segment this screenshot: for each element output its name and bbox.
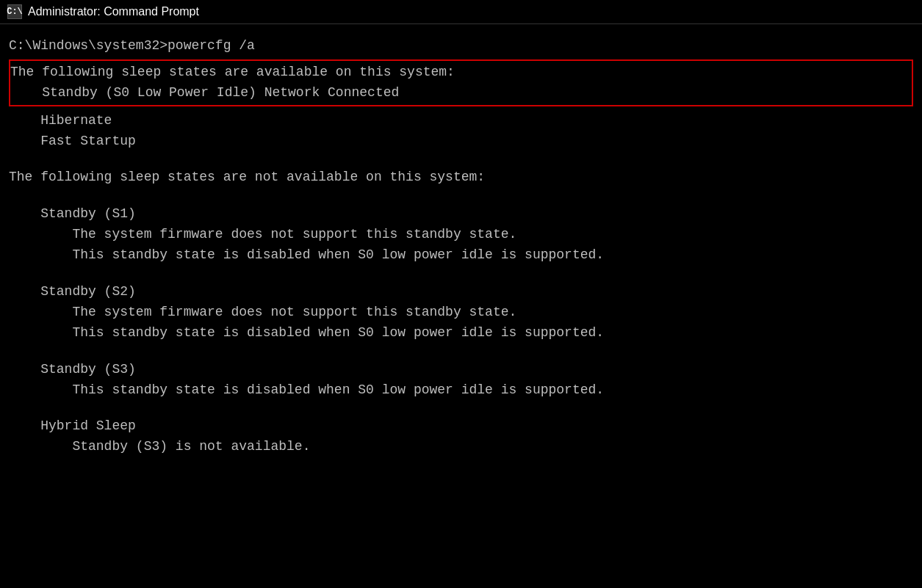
standby-s3-reason1: This standby state is disabled when S0 l… xyxy=(9,380,913,401)
prompt-line: C:\Windows\system32>powercfg /a xyxy=(9,36,913,57)
title-bar: C:\ Administrator: Command Prompt xyxy=(0,0,922,24)
not-available-header: The following sleep states are not avail… xyxy=(9,167,913,188)
blank-4 xyxy=(9,344,913,360)
highlighted-standby-item: Standby (S0 Low Power Idle) Network Conn… xyxy=(10,83,907,104)
hybrid-sleep-label: Hybrid Sleep xyxy=(9,416,913,437)
standby-s2-reason1: The system firmware does not support thi… xyxy=(9,302,913,323)
standby-s2-label: Standby (S2) xyxy=(9,282,913,302)
available-item-fast-startup: Fast Startup xyxy=(9,131,913,152)
standby-s3-label: Standby (S3) xyxy=(9,360,913,380)
hybrid-sleep-reason1: Standby (S3) is not available. xyxy=(9,437,913,457)
not-available-section: The following sleep states are not avail… xyxy=(9,167,913,457)
standby-s2-reason2: This standby state is disabled when S0 l… xyxy=(9,323,913,344)
terminal-content: C:\Windows\system32>powercfg /a The foll… xyxy=(0,32,922,462)
blank-1 xyxy=(9,151,913,167)
available-header: The following sleep states are available… xyxy=(10,62,907,83)
standby-s1-reason1: The system firmware does not support thi… xyxy=(9,225,913,245)
highlight-block: The following sleep states are available… xyxy=(9,59,913,106)
title-bar-text: Administrator: Command Prompt xyxy=(28,5,199,18)
available-item-hibernate: Hibernate xyxy=(9,111,913,131)
standby-s1-label: Standby (S1) xyxy=(9,204,913,225)
available-section: The following sleep states are available… xyxy=(9,59,913,152)
blank-3 xyxy=(9,266,913,282)
cmd-icon: C:\ xyxy=(7,4,22,19)
blank-2 xyxy=(9,188,913,204)
standby-s1-reason2: This standby state is disabled when S0 l… xyxy=(9,245,913,266)
blank-5 xyxy=(9,400,913,416)
